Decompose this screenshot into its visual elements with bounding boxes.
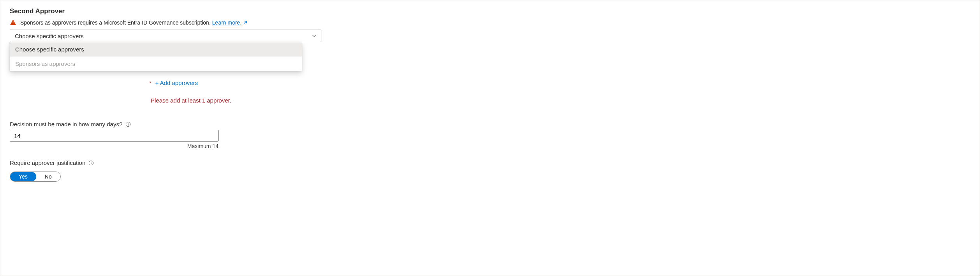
justification-label: Require approver justification xyxy=(10,159,85,166)
toggle-no[interactable]: No xyxy=(36,172,60,181)
add-approvers-link[interactable]: + Add approvers xyxy=(155,80,198,86)
svg-rect-1 xyxy=(13,24,13,25)
validation-error: Please add at least 1 approver. xyxy=(151,97,970,104)
learn-more-link[interactable]: Learn more. xyxy=(212,19,247,26)
chevron-down-icon xyxy=(312,33,317,39)
decision-days-field: Decision must be made in how many days? … xyxy=(10,121,970,149)
justification-field: Require approver justification Yes No xyxy=(10,159,970,182)
svg-point-6 xyxy=(91,161,92,162)
approver-type-dropdown[interactable]: Choose specific approvers Choose specifi… xyxy=(10,30,321,42)
external-link-icon xyxy=(243,20,247,25)
toggle-yes[interactable]: Yes xyxy=(10,172,36,181)
learn-more-label: Learn more. xyxy=(212,19,241,26)
justification-toggle[interactable]: Yes No xyxy=(10,172,61,182)
dropdown-control[interactable]: Choose specific approvers xyxy=(10,30,321,42)
dropdown-selected-label: Choose specific approvers xyxy=(15,33,84,39)
svg-rect-0 xyxy=(13,21,13,23)
required-indicator: * xyxy=(149,80,151,86)
add-approvers-row: * + Add approvers xyxy=(149,80,970,86)
info-icon[interactable] xyxy=(88,160,94,166)
warning-message: Sponsors as approvers requires a Microso… xyxy=(20,19,212,26)
info-icon[interactable] xyxy=(125,122,131,127)
decision-days-label: Decision must be made in how many days? xyxy=(10,121,122,127)
svg-rect-4 xyxy=(128,124,129,125)
dropdown-option-choose-specific[interactable]: Choose specific approvers xyxy=(10,42,302,57)
warning-text: Sponsors as approvers requires a Microso… xyxy=(20,19,247,26)
svg-point-3 xyxy=(128,123,129,124)
decision-days-helper: Maximum 14 xyxy=(10,143,219,149)
warning-banner: Sponsors as approvers requires a Microso… xyxy=(10,19,970,26)
dropdown-option-sponsors: Sponsors as approvers xyxy=(10,57,302,71)
decision-days-input[interactable] xyxy=(10,130,219,142)
svg-rect-7 xyxy=(91,162,92,164)
warning-icon xyxy=(10,19,16,26)
section-title: Second Approver xyxy=(10,7,970,15)
dropdown-listbox: Choose specific approvers Sponsors as ap… xyxy=(10,42,302,71)
second-approver-panel: Second Approver Sponsors as approvers re… xyxy=(0,0,980,276)
